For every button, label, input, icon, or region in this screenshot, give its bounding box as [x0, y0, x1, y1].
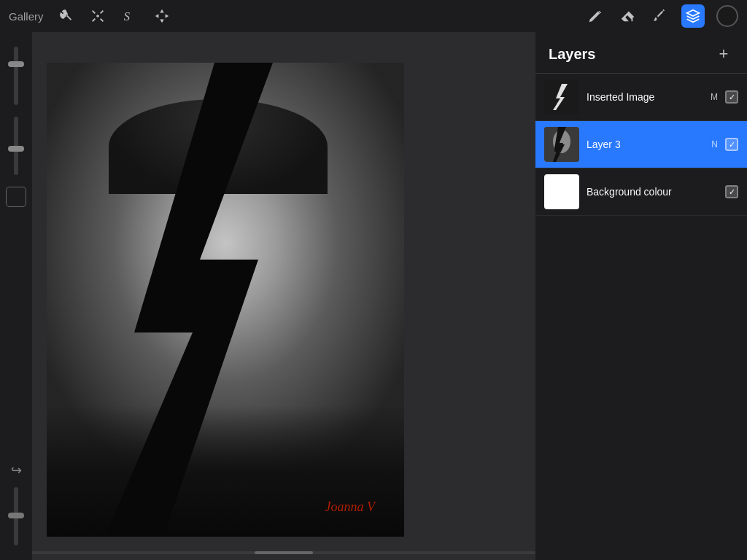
flow-slider-thumb[interactable]	[8, 513, 24, 518]
layers-panel-button[interactable]	[681, 4, 705, 28]
layer-visibility-layer3[interactable]	[725, 138, 738, 151]
transform-tool-button[interactable]	[88, 6, 108, 26]
size-slider-thumb[interactable]	[8, 146, 24, 152]
artwork: Joanna V	[47, 63, 404, 537]
layer-item-inserted-image[interactable]: Inserted Image M	[535, 74, 747, 121]
layer-thumbnail-layer3	[544, 127, 579, 162]
layer-name-inserted-image: Inserted Image	[587, 91, 705, 103]
gallery-button[interactable]: Gallery	[9, 10, 44, 23]
svg-marker-2	[105, 63, 273, 537]
layer-info-layer3: Layer 3 N	[587, 139, 718, 150]
modify-tool-button[interactable]	[55, 6, 76, 26]
toolbar-left: Gallery S	[9, 6, 172, 26]
layer-name-background-colour: Background colour	[587, 186, 712, 198]
layer-item-layer3[interactable]: Layer 3 N	[535, 121, 747, 168]
toolbar-right	[585, 4, 738, 28]
layer-mode-inserted-image: M	[711, 92, 718, 102]
eraser-tool-button[interactable]	[617, 6, 638, 26]
layers-panel: Layers + Inserted Image M Layer 3 N	[535, 32, 747, 560]
layers-panel-header: Layers +	[535, 32, 747, 74]
svg-point-6	[553, 130, 570, 153]
brush-tool-button[interactable]	[649, 6, 670, 26]
size-slider-container	[14, 117, 18, 175]
layer-item-background-colour[interactable]: Background colour	[535, 168, 747, 216]
color-picker-button[interactable]	[716, 5, 738, 27]
layer-visibility-background-colour[interactable]	[725, 185, 738, 198]
sidebar-bottom: ↩	[11, 462, 22, 545]
lightning-bolt-overlay	[47, 63, 404, 537]
layers-panel-title: Layers	[549, 46, 596, 63]
left-sidebar: ↩	[0, 32, 32, 560]
svg-text:S: S	[123, 9, 129, 23]
opacity-slider[interactable]	[14, 47, 18, 105]
pen-tool-button[interactable]	[585, 6, 605, 26]
opacity-slider-container	[14, 47, 18, 105]
scroll-thumb[interactable]	[255, 551, 313, 554]
layer-mode-layer3: N	[711, 139, 718, 149]
layer-visibility-inserted-image[interactable]	[725, 90, 738, 104]
size-slider[interactable]	[14, 117, 18, 175]
add-layer-button[interactable]: +	[713, 44, 734, 64]
layer-name-layer3: Layer 3	[587, 139, 705, 150]
move-tool-button[interactable]	[152, 6, 172, 26]
selection-tool-button[interactable]	[6, 187, 26, 207]
undo-button[interactable]: ↩	[11, 462, 22, 478]
layer-thumbnail-background-colour	[544, 174, 579, 209]
scroll-indicator	[32, 551, 535, 554]
artwork-signature: Joanna V	[325, 499, 375, 515]
layer-info-background-colour: Background colour	[587, 186, 718, 198]
svg-rect-5	[544, 127, 579, 162]
toolbar: Gallery S	[0, 0, 747, 32]
flow-slider[interactable]	[14, 487, 18, 545]
svg-point-0	[96, 15, 99, 18]
layer-info-inserted-image: Inserted Image M	[587, 91, 718, 103]
opacity-slider-thumb[interactable]	[8, 61, 24, 67]
layer-thumbnail-inserted-image	[544, 79, 579, 114]
smudge-tool-button[interactable]: S	[120, 6, 140, 26]
